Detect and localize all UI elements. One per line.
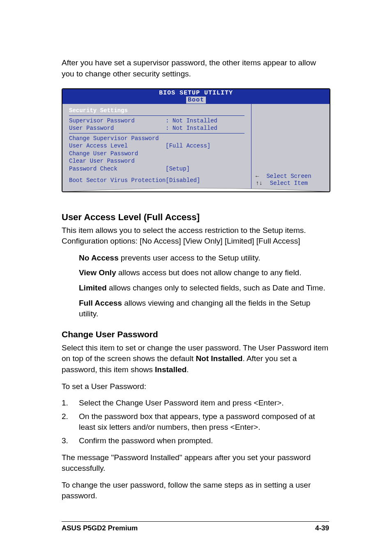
footer-divider <box>62 521 329 522</box>
bios-item-label: Change Supervisor Password <box>69 135 166 143</box>
text-bold: Installed <box>155 365 187 374</box>
bios-item-label: Change User Password <box>69 150 166 158</box>
bios-item-label: Boot Sector Virus Protection <box>69 177 166 184</box>
option-bold: Limited <box>79 283 107 292</box>
option-full-access: Full Access allows viewing and changing … <box>79 298 330 320</box>
footer-content: ASUS P5GD2 Premium 4-39 <box>62 524 329 532</box>
bios-status-label: Supervisor Password <box>69 117 166 125</box>
bios-section-title: Security Settings <box>69 107 244 115</box>
bios-item-label: User Access Level <box>69 143 166 150</box>
after-text-1: The message "Password Installed" appears… <box>62 452 330 474</box>
bios-item-value: [Setup] <box>166 166 190 173</box>
step-number: 1. <box>62 398 79 409</box>
bios-header-title: BIOS SETUP UTILITY <box>62 90 330 97</box>
bios-setup-utility-box: BIOS SETUP UTILITY Boot Security Setting… <box>62 88 330 192</box>
step-text: Confirm the password when prompted. <box>79 435 213 447</box>
steps-list: 1.Select the Change User Password item a… <box>62 398 330 446</box>
option-bold: No Access <box>79 253 118 262</box>
change-user-password-intro: Select this item to set or change the us… <box>62 343 330 375</box>
bios-item-value: [Disabled] <box>166 177 200 184</box>
bios-header-tab: Boot <box>186 97 206 104</box>
text-fragment: . <box>187 365 189 374</box>
footer-right: 4-39 <box>315 524 329 532</box>
step-item: 1.Select the Change User Password item a… <box>62 398 330 409</box>
step-item: 3.Confirm the password when prompted. <box>62 435 330 447</box>
bios-help-label: Select Item <box>270 180 308 187</box>
bios-divider <box>69 133 244 134</box>
bios-help-block: ← Select Screen ↑↓ Select Item <box>256 173 311 187</box>
intro-paragraph: After you have set a supervisor password… <box>62 58 330 79</box>
bios-item-user-access-level[interactable]: User Access Level [Full Access] <box>69 143 244 150</box>
heading-change-user-password: Change User Password <box>62 329 330 339</box>
bios-left-panel: Security Settings Supervisor Password : … <box>62 104 251 191</box>
user-access-intro: This item allows you to select the acces… <box>62 225 330 247</box>
option-bold: View Only <box>79 268 116 277</box>
bios-help-line: ↑↓ Select Item <box>256 180 311 187</box>
arrow-updown-icon: ↑↓ <box>256 180 263 187</box>
bios-help-label: Select Screen <box>266 173 311 180</box>
bios-divider <box>69 115 244 116</box>
bios-help-line: ← Select Screen <box>256 173 311 180</box>
text-bold: Not Installed <box>196 354 242 363</box>
heading-user-access-level: User Access Level (Full Access] <box>62 212 330 223</box>
bios-right-panel: ← Select Screen ↑↓ Select Item <box>251 104 330 191</box>
bios-status-line: User Password : Not Installed <box>69 125 244 132</box>
step-number: 2. <box>62 411 79 433</box>
option-bold: Full Access <box>79 299 122 307</box>
bios-item-boot-sector-virus-protection[interactable]: Boot Sector Virus Protection [Disabled] <box>69 177 244 184</box>
bios-status-value: : Not Installed <box>166 117 217 125</box>
footer-left: ASUS P5GD2 Premium <box>62 524 138 532</box>
bios-item-value: [Full Access] <box>166 143 210 150</box>
step-item: 2.On the password box that appears, type… <box>62 411 330 433</box>
page-footer: ASUS P5GD2 Premium 4-39 <box>62 521 329 532</box>
after-text-2: To change the user password, follow the … <box>62 480 330 502</box>
bios-item-password-check[interactable]: Password Check [Setup] <box>69 166 244 173</box>
bios-body: Security Settings Supervisor Password : … <box>62 104 330 191</box>
options-block: No Access prevents user access to the Se… <box>62 253 330 320</box>
option-text: allows access but does not allow change … <box>116 268 301 277</box>
option-text: allows changes only to selected fields, … <box>107 283 325 292</box>
arrow-left-icon: ← <box>256 173 259 180</box>
steps-lead: To set a User Password: <box>62 381 330 392</box>
bios-item-change-supervisor-password[interactable]: Change Supervisor Password <box>69 135 244 143</box>
bios-status-label: User Password <box>69 125 166 132</box>
bios-item-label: Password Check <box>69 166 166 173</box>
step-text: Select the Change User Password item and… <box>79 398 284 409</box>
option-limited: Limited allows changes only to selected … <box>79 283 330 294</box>
option-no-access: No Access prevents user access to the Se… <box>79 253 330 264</box>
bios-status-value: : Not Installed <box>166 125 217 132</box>
bios-header: BIOS SETUP UTILITY Boot <box>62 89 330 104</box>
bios-gap <box>69 173 244 177</box>
step-number: 3. <box>62 435 79 447</box>
bios-item-change-user-password[interactable]: Change User Password <box>69 150 244 158</box>
bios-item-label: Clear User Password <box>69 158 166 165</box>
bios-status-line: Supervisor Password : Not Installed <box>69 117 244 125</box>
option-view-only: View Only allows access but does not all… <box>79 267 330 279</box>
option-text: prevents user access to the Setup utilit… <box>118 253 260 262</box>
bios-item-clear-user-password[interactable]: Clear User Password <box>69 158 244 165</box>
step-text: On the password box that appears, type a… <box>79 411 330 433</box>
